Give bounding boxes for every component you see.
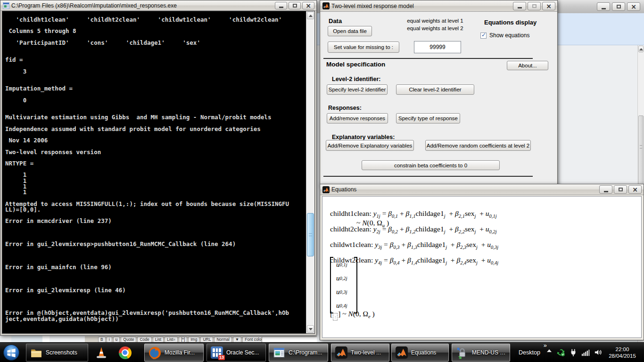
model-window: Two-level mixed response model Data Open… (320, 0, 558, 187)
network-signal-icon[interactable] (581, 349, 590, 356)
vector-row: u0,3j (336, 285, 347, 299)
minimize-button[interactable] (275, 2, 287, 9)
sync-status-icon[interactable] (556, 348, 565, 357)
editor-button[interactable]: ▼ (233, 337, 241, 342)
overflow-chevron[interactable]: » (544, 342, 547, 349)
close-icon (632, 185, 638, 194)
close-button[interactable] (542, 2, 555, 10)
speaker-icon[interactable] (594, 348, 603, 357)
console-window: C:\Program Files (x86)\Realcom\Imputatio… (0, 0, 317, 336)
clear-level2-button[interactable]: Clear level-2 identifier (396, 84, 474, 95)
taskbar: Screenshots Mozilla Fir... 1 (0, 342, 644, 362)
taskbar-button-vlc[interactable] (91, 344, 112, 362)
editor-button[interactable]: i (107, 337, 112, 342)
maximize-button[interactable] (289, 2, 301, 9)
start-button[interactable] (3, 344, 20, 361)
add-remove-responses-button[interactable]: Add/remove responses (327, 113, 388, 123)
console-line: 1 (5, 178, 306, 184)
close-icon (546, 2, 552, 10)
vector-row: u0,2j (336, 272, 347, 285)
restore-button[interactable] (614, 185, 627, 194)
console-line: 'ParticipantID' 'cons' 'childage1' 'sex' (5, 40, 306, 46)
system-tray (556, 348, 603, 357)
editor-button[interactable]: Normal (214, 337, 231, 342)
specify-level2-button[interactable]: Specify level-2 identifier (327, 84, 388, 95)
console-line: 0 (5, 98, 306, 103)
scroll-up-button[interactable] (307, 12, 314, 19)
open-data-file-button[interactable]: Open data file (328, 26, 372, 36)
clock-time: 22:00 (604, 346, 640, 353)
arrow-up-icon (639, 48, 643, 50)
model-window-content: Data Open data file equal weights at lev… (321, 12, 557, 186)
model-window-titlebar[interactable]: Two-level mixed response model (320, 0, 557, 12)
editor-button[interactable]: Quote (121, 337, 136, 342)
equation-line: childwt1clean: y3j = β0,3 + β1,3childage… (330, 238, 637, 254)
selection-box[interactable]: : (333, 313, 338, 321)
scrollbar-thumb[interactable] (307, 213, 314, 256)
desktop-toolbar[interactable]: Desktop » (513, 344, 546, 362)
scroll-down-button[interactable] (307, 325, 314, 333)
console-line: 1 (5, 184, 306, 189)
console-line (5, 92, 306, 98)
section-divider (323, 58, 533, 59)
set-missing-value-button[interactable]: Set value for missing to : (328, 41, 399, 53)
editor-button[interactable]: List (153, 337, 164, 342)
console-scrollbar[interactable] (306, 11, 314, 333)
taskbar-button-chrome[interactable] (114, 344, 136, 362)
about-button[interactable]: About... (507, 61, 548, 70)
equations-window-titlebar[interactable]: Equations (320, 184, 644, 195)
maximize-icon (532, 4, 537, 8)
taskbar-button-console[interactable]: C:\Program... (269, 344, 328, 362)
editor-button[interactable]: List= (165, 337, 178, 342)
minimize-button[interactable] (513, 2, 526, 10)
console-line: Attempted to access MISSINGFULL(1,:); in… (5, 201, 306, 207)
constrain-beta-button[interactable]: constrain beta coefficients to 0 (362, 160, 500, 170)
specify-response-type-button[interactable]: Specify type of response (396, 113, 460, 123)
show-equations-checkbox[interactable] (480, 33, 487, 39)
taskbar-button-equations[interactable]: Equations (391, 344, 449, 362)
scroll-up-button[interactable] (638, 46, 644, 52)
taskbar-button-oracle[interactable]: 13 Oracle Sec... (206, 344, 266, 362)
console-line (5, 132, 306, 138)
console-app-icon (273, 346, 285, 359)
console-line: Error in mcmcdriver (line 237) (5, 218, 306, 224)
add-explanatory-button[interactable]: Add/Remove Explanatory variables (326, 140, 414, 151)
taskbar-button-model-window[interactable]: Two-level ... (331, 344, 389, 362)
equations-window: Equations childht1clean: y1j = β0,1 + β1… (320, 184, 644, 340)
random-effects-distribution: ~ N(0, Ωu ) (356, 219, 389, 228)
data-heading: Data (329, 17, 342, 25)
arrow-down-icon (309, 328, 313, 330)
close-button[interactable] (302, 2, 314, 9)
console-line: Error in gui_2levmixresp (line 46) (5, 288, 306, 293)
minimize-button[interactable] (597, 2, 610, 11)
editor-field[interactable] (262, 337, 317, 342)
close-button[interactable] (627, 2, 640, 11)
console-line (5, 299, 306, 304)
editor-button[interactable]: [*] (179, 337, 187, 342)
editor-button[interactable]: u (113, 337, 120, 342)
window-title: Two-level mixed response model (331, 3, 511, 9)
editor-button[interactable]: Code (137, 337, 151, 342)
taskbar-clock[interactable]: 22:00 28/04/2015 (604, 346, 640, 362)
show-hidden-icons[interactable] (547, 349, 552, 352)
taskbar-button-mendus[interactable]: MEND-US -... (452, 344, 510, 362)
taskbar-button-screenshots[interactable]: Screenshots (26, 344, 88, 362)
equations-display-heading: Equations display (484, 19, 537, 26)
console-line: fid = (5, 57, 306, 63)
firefox-icon (149, 346, 161, 359)
close-button[interactable] (628, 185, 642, 194)
missing-value-field[interactable] (414, 41, 461, 53)
minimize-button[interactable] (599, 185, 612, 194)
taskbar-button-firefox[interactable]: Mozilla Fir... (144, 344, 204, 362)
maximize-button[interactable] (528, 2, 541, 10)
power-plug-icon[interactable] (569, 348, 578, 357)
maximize-button[interactable] (612, 2, 625, 11)
editor-button[interactable]: URL (200, 337, 213, 342)
console-line (5, 155, 306, 161)
add-random-coefficients-button[interactable]: Add/Remove random coefficients at level … (425, 140, 531, 151)
console-line: Columns 5 through 8 (5, 28, 306, 34)
thumb-grip (640, 145, 642, 148)
editor-button[interactable]: B (98, 337, 106, 342)
editor-button[interactable]: Img (188, 337, 199, 342)
console-titlebar[interactable]: C:\Program Files (x86)\Realcom\Imputatio… (0, 0, 316, 11)
